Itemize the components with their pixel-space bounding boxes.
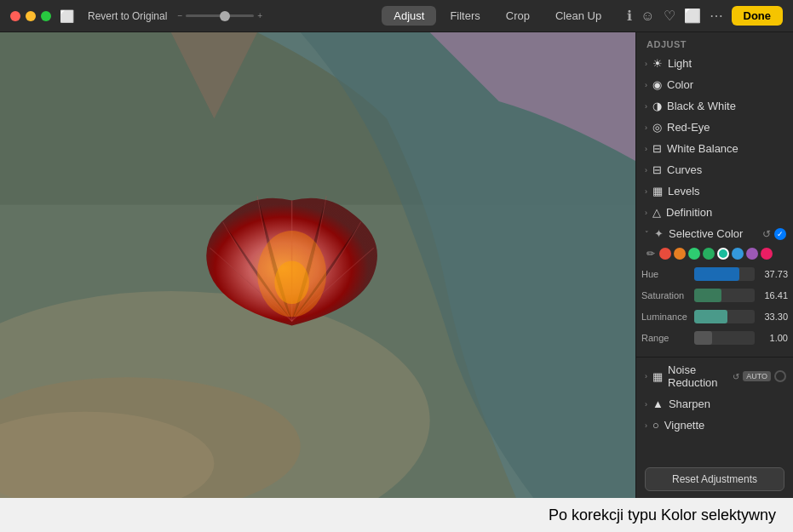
window-controls: ⬜ bbox=[60, 9, 74, 23]
revert-button[interactable]: Revert to Original bbox=[88, 10, 167, 22]
luminance-fill bbox=[694, 310, 727, 323]
hue-fill bbox=[694, 267, 739, 281]
adjust-item-levels[interactable]: › ▦ Levels bbox=[636, 180, 793, 202]
chevron-right-icon: › bbox=[645, 60, 647, 68]
color-dot-green[interactable] bbox=[688, 248, 700, 260]
maximize-button[interactable] bbox=[41, 11, 51, 21]
chevron-right-icon: › bbox=[645, 166, 647, 174]
panel-header: ADJUST bbox=[636, 32, 793, 53]
bw-label: Black & White bbox=[667, 100, 786, 112]
zoom-slider[interactable]: − + bbox=[177, 11, 262, 20]
vignette-label: Vignette bbox=[664, 419, 786, 432]
adjust-item-definition[interactable]: › △ Definition bbox=[636, 202, 793, 223]
chevron-right-icon: › bbox=[645, 400, 647, 409]
tab-crop[interactable]: Crop bbox=[494, 6, 542, 26]
heart-icon[interactable]: ♡ bbox=[664, 8, 675, 24]
noise-icon: ▦ bbox=[652, 370, 663, 383]
noise-toggle-icon[interactable] bbox=[774, 370, 786, 382]
eyedropper-icon[interactable]: ✏ bbox=[646, 248, 655, 260]
caption-bar: Po korekcji typu Kolor selektywny bbox=[0, 498, 793, 532]
chevron-right-icon: › bbox=[645, 187, 647, 196]
adjust-item-redeye[interactable]: › ◎ Red-Eye bbox=[636, 117, 793, 138]
hue-value: 37.73 bbox=[758, 269, 788, 279]
curves-label: Curves bbox=[667, 163, 786, 176]
bw-icon: ◑ bbox=[652, 100, 662, 112]
range-slider-row: Range 1.00 bbox=[641, 329, 788, 347]
levels-icon: ▦ bbox=[652, 185, 663, 197]
saturation-fill bbox=[694, 289, 721, 302]
info-icon[interactable]: ℹ bbox=[627, 8, 632, 24]
adjust-item-curves[interactable]: › ⊟ Curves bbox=[636, 159, 793, 180]
color-dot-orange[interactable] bbox=[674, 248, 686, 260]
selective-color-label: Selective Color bbox=[669, 227, 743, 240]
luminance-value: 33.30 bbox=[758, 312, 788, 322]
adjust-item-bw[interactable]: › ◑ Black & White bbox=[636, 95, 793, 117]
adjust-item-noise[interactable]: › ▦ Noise Reduction ↺ AUTO bbox=[636, 359, 793, 393]
toolbar-right: ℹ ☺ ♡ ⬜ ⋯ Done bbox=[627, 6, 783, 26]
color-dot-red[interactable] bbox=[659, 248, 671, 260]
sc-sliders: Hue 37.73 Saturation 16.41 Luminance bbox=[636, 265, 793, 355]
traffic-lights bbox=[10, 11, 51, 21]
color-dot-pink[interactable] bbox=[761, 248, 773, 260]
minimize-button[interactable] bbox=[26, 11, 36, 21]
selective-color-section: ˅ ✦ Selective Color ↺ ✏ bbox=[636, 223, 793, 355]
sc-reset-icon[interactable]: ↺ bbox=[762, 228, 771, 240]
range-value: 1.00 bbox=[758, 333, 788, 343]
adjust-item-light[interactable]: › ☀ Light bbox=[636, 53, 793, 74]
selective-color-header[interactable]: ˅ ✦ Selective Color ↺ bbox=[636, 223, 793, 244]
saturation-slider-row: Saturation 16.41 bbox=[641, 286, 788, 305]
color-dot-teal[interactable] bbox=[717, 248, 729, 260]
definition-label: Definition bbox=[666, 206, 786, 219]
color-label: Color bbox=[667, 78, 786, 91]
zoom-minus-icon: − bbox=[177, 11, 182, 20]
saturation-slider[interactable] bbox=[694, 289, 755, 302]
adjust-item-vignette[interactable]: › ○ Vignette bbox=[636, 415, 793, 436]
done-button[interactable]: Done bbox=[732, 6, 784, 26]
color-dot-darkgreen[interactable] bbox=[703, 248, 715, 260]
chevron-right-icon: › bbox=[645, 102, 647, 111]
tab-filters[interactable]: Filters bbox=[438, 6, 491, 26]
color-dot-blue[interactable] bbox=[732, 248, 744, 260]
tab-cleanup[interactable]: Clean Up bbox=[543, 6, 613, 26]
chevron-right-icon: › bbox=[645, 421, 647, 430]
emoji-icon[interactable]: ☺ bbox=[641, 9, 654, 24]
color-dot-purple[interactable] bbox=[746, 248, 758, 260]
photo-area bbox=[0, 32, 635, 498]
nav-tabs: Adjust Filters Crop Clean Up bbox=[382, 6, 613, 26]
sc-color-pickers: ✏ bbox=[636, 244, 793, 265]
chevron-right-icon: › bbox=[645, 209, 647, 217]
adjust-item-wb[interactable]: › ⊟ White Balance bbox=[636, 138, 793, 159]
svg-point-6 bbox=[274, 260, 309, 304]
range-label: Range bbox=[641, 333, 694, 343]
hue-slider[interactable] bbox=[694, 267, 755, 281]
chevron-right-icon: › bbox=[645, 372, 647, 380]
adjust-item-sharpen[interactable]: › ▲ Sharpen bbox=[636, 393, 793, 415]
more-icon[interactable]: ⋯ bbox=[710, 8, 723, 24]
titlebar: ⬜ Revert to Original − + Adjust Filters … bbox=[0, 0, 793, 32]
noise-reset-icon[interactable]: ↺ bbox=[733, 372, 739, 381]
curves-icon: ⊟ bbox=[652, 163, 662, 176]
chevron-down-icon: ˅ bbox=[645, 230, 649, 238]
sc-action-icons: ↺ bbox=[762, 228, 786, 240]
zoom-plus-icon: + bbox=[257, 11, 262, 20]
main-content: ADJUST › ☀ Light › ◉ Color › ◑ Black & W… bbox=[0, 32, 793, 498]
light-label: Light bbox=[668, 57, 786, 70]
slider-track[interactable] bbox=[186, 14, 254, 17]
share-icon[interactable]: ⬜ bbox=[684, 8, 701, 24]
chevron-right-icon: › bbox=[645, 145, 647, 153]
light-icon: ☀ bbox=[652, 57, 663, 70]
close-button[interactable] bbox=[10, 11, 20, 21]
sharpen-icon: ▲ bbox=[652, 398, 664, 410]
range-slider[interactable] bbox=[694, 331, 755, 345]
wb-icon: ⊟ bbox=[652, 142, 662, 155]
reset-adjustments-button[interactable]: Reset Adjustments bbox=[645, 467, 784, 491]
divider bbox=[636, 357, 793, 358]
adjust-item-color[interactable]: › ◉ Color bbox=[636, 74, 793, 95]
luminance-slider[interactable] bbox=[694, 310, 755, 323]
tab-adjust[interactable]: Adjust bbox=[382, 6, 436, 26]
saturation-label: Saturation bbox=[641, 290, 694, 300]
sidebar-toggle-icon[interactable]: ⬜ bbox=[60, 9, 74, 23]
hue-slider-row: Hue 37.73 bbox=[641, 265, 788, 283]
luminance-slider-row: Luminance 33.30 bbox=[641, 307, 788, 326]
slider-thumb[interactable] bbox=[220, 11, 230, 21]
